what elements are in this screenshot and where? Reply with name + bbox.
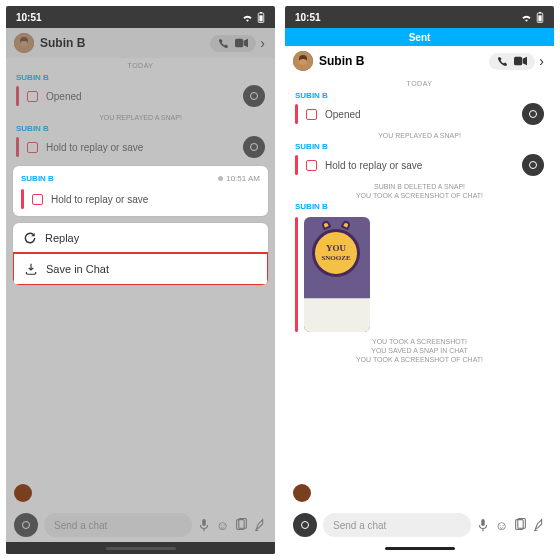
snap-hold-icon bbox=[27, 142, 38, 153]
contact-name: Subin B bbox=[319, 54, 483, 68]
sys-msg: YOU TOOK A SCREENSHOT OF CHAT! bbox=[285, 191, 554, 200]
snap-opened-row[interactable]: Opened bbox=[285, 101, 554, 131]
chat-input-bar: Send a chat ☺ bbox=[285, 508, 554, 542]
gallery-icon[interactable] bbox=[514, 518, 527, 533]
emoji-icon[interactable]: ☺ bbox=[216, 518, 229, 533]
status-time: 10:51 bbox=[16, 12, 42, 23]
chat-input[interactable]: Send a chat bbox=[323, 513, 471, 537]
camera-button[interactable] bbox=[522, 103, 544, 125]
replay-action[interactable]: Replay bbox=[13, 223, 268, 253]
wifi-icon bbox=[242, 13, 253, 22]
status-time: 10:51 bbox=[295, 12, 321, 23]
wifi-icon bbox=[521, 13, 532, 22]
avatar[interactable] bbox=[14, 33, 34, 53]
right-screenshot: 10:51 Sent Subin B bbox=[285, 6, 554, 554]
snap-opened-icon bbox=[27, 91, 38, 102]
sender-label: SUBIN B bbox=[285, 200, 554, 212]
typing-avatar-row bbox=[285, 482, 554, 508]
sys-msg: SUBIN B DELETED A SNAP! bbox=[285, 182, 554, 191]
popup-sender: SUBIN B bbox=[21, 174, 54, 183]
svg-rect-1 bbox=[260, 12, 262, 13]
chat-header: Subin B › bbox=[285, 46, 554, 76]
snap-hold-row[interactable]: Hold to replay or save bbox=[285, 152, 554, 182]
chevron-right-icon[interactable]: › bbox=[537, 53, 546, 69]
chat-input[interactable]: Send a chat bbox=[44, 513, 192, 537]
left-screenshot: 10:51 Subin B bbox=[6, 6, 275, 554]
chat-content: TODAY SUBIN B Opened YOU REPLAYED A SNAP… bbox=[285, 76, 554, 554]
sys-msg: YOU REPLAYED A SNAP! bbox=[285, 131, 554, 140]
phone-icon[interactable] bbox=[497, 56, 508, 67]
chevron-right-icon[interactable]: › bbox=[258, 35, 267, 51]
sys-msg: YOU TOOK A SCREENSHOT OF CHAT! bbox=[285, 355, 554, 364]
emoji-icon[interactable]: ☺ bbox=[495, 518, 508, 533]
camera-button[interactable] bbox=[243, 85, 265, 107]
msg-bar bbox=[16, 137, 19, 157]
sender-label: SUBIN B bbox=[6, 122, 275, 134]
snap-hold-row[interactable]: Hold to replay or save bbox=[6, 134, 275, 164]
date-separator: TODAY bbox=[285, 76, 554, 89]
snap-opened-icon bbox=[306, 109, 317, 120]
popup-time: 10:51 AM bbox=[218, 174, 260, 183]
mic-icon[interactable] bbox=[198, 518, 210, 532]
svg-rect-17 bbox=[481, 519, 485, 526]
sent-banner: Sent bbox=[285, 28, 554, 46]
rocket-icon[interactable] bbox=[254, 518, 267, 533]
msg-bar bbox=[16, 86, 19, 106]
sys-msg: YOU SAVED A SNAP IN CHAT bbox=[285, 346, 554, 355]
msg-text: Opened bbox=[46, 91, 235, 102]
camera-button[interactable] bbox=[14, 513, 38, 537]
call-video-pill[interactable] bbox=[489, 53, 535, 70]
video-icon[interactable] bbox=[514, 56, 527, 66]
save-in-chat-action[interactable]: Save in Chat bbox=[13, 252, 268, 285]
call-video-pill[interactable] bbox=[210, 35, 256, 52]
sys-msg: YOU TOOK A SCREENSHOT! bbox=[285, 337, 554, 346]
avatar-mini bbox=[14, 484, 32, 502]
replay-icon bbox=[23, 231, 37, 245]
svg-rect-6 bbox=[235, 39, 243, 48]
sys-msg: YOU REPLAYED A SNAP! bbox=[6, 113, 275, 122]
chat-header: Subin B › bbox=[6, 28, 275, 58]
msg-bar bbox=[295, 155, 298, 175]
snap-thumbnail[interactable]: YOUSNOOZE bbox=[304, 217, 370, 332]
phone-icon[interactable] bbox=[218, 38, 229, 49]
msg-text: Hold to replay or save bbox=[325, 160, 514, 171]
replay-label: Replay bbox=[45, 232, 79, 244]
save-label: Save in Chat bbox=[46, 263, 109, 275]
msg-text: Hold to replay or save bbox=[51, 194, 260, 205]
gallery-icon[interactable] bbox=[235, 518, 248, 533]
snap-opened-row[interactable]: Opened bbox=[6, 83, 275, 113]
sender-label: SUBIN B bbox=[6, 71, 275, 83]
camera-button[interactable] bbox=[522, 154, 544, 176]
svg-rect-16 bbox=[514, 57, 522, 66]
chat-content-dimmed: Subin B › TODAY SUBIN B bbox=[6, 28, 275, 554]
avatar[interactable] bbox=[293, 51, 313, 71]
saved-snap-media[interactable]: YOUSNOOZE bbox=[295, 217, 544, 332]
svg-rect-11 bbox=[539, 12, 541, 13]
context-menu: Replay Save in Chat bbox=[13, 223, 268, 285]
status-icons bbox=[242, 12, 265, 23]
camera-button[interactable] bbox=[243, 136, 265, 158]
rocket-icon[interactable] bbox=[533, 518, 546, 533]
msg-bar bbox=[295, 104, 298, 124]
video-icon[interactable] bbox=[235, 38, 248, 48]
msg-text: Hold to replay or save bbox=[46, 142, 235, 153]
mic-icon[interactable] bbox=[477, 518, 489, 532]
chat-input-bar: Send a chat ☺ bbox=[6, 508, 275, 542]
sender-label: SUBIN B bbox=[285, 140, 554, 152]
context-snap-card: SUBIN B 10:51 AM Hold to replay or save bbox=[13, 166, 268, 216]
msg-bar bbox=[295, 217, 298, 332]
snap-hold-icon bbox=[32, 194, 43, 205]
nav-handle bbox=[285, 542, 554, 554]
msg-text: Opened bbox=[325, 109, 514, 120]
status-icons bbox=[521, 12, 544, 23]
nav-handle bbox=[6, 542, 275, 554]
status-bar: 10:51 bbox=[285, 6, 554, 28]
date-separator: TODAY bbox=[6, 58, 275, 71]
svg-rect-7 bbox=[202, 519, 206, 526]
camera-button[interactable] bbox=[293, 513, 317, 537]
battery-icon bbox=[536, 12, 544, 23]
typing-avatar-row bbox=[6, 482, 275, 508]
svg-point-15 bbox=[299, 59, 307, 65]
snap-hold-icon bbox=[306, 160, 317, 171]
download-icon bbox=[24, 262, 38, 276]
